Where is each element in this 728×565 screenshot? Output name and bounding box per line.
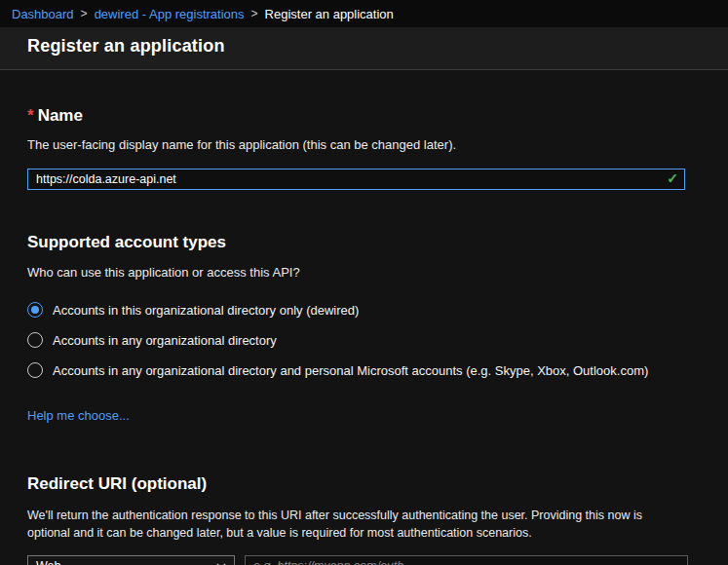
account-types-heading: Supported account types [27, 233, 701, 252]
name-input-wrap: ✓ [27, 169, 685, 190]
platform-select[interactable]: Web [27, 555, 235, 565]
account-type-options: Accounts in this organizational director… [27, 302, 701, 378]
radio-indicator[interactable] [27, 362, 43, 378]
radio-indicator[interactable] [27, 332, 43, 348]
breadcrumb-link-app-registrations[interactable]: dewired - App registrations [95, 7, 245, 21]
platform-select-value: Web [36, 559, 60, 565]
name-section: *Name The user-facing display name for t… [27, 106, 701, 190]
required-asterisk: * [27, 106, 34, 125]
redirect-uri-controls: Web [27, 555, 701, 565]
breadcrumb-link-dashboard[interactable]: Dashboard [12, 7, 74, 21]
breadcrumb: Dashboard > dewired - App registrations … [0, 0, 728, 27]
register-form: *Name The user-facing display name for t… [0, 70, 728, 565]
title-band: Register an application [0, 27, 728, 70]
breadcrumb-current: Register an application [265, 7, 394, 21]
account-types-section: Supported account types Who can use this… [27, 233, 701, 424]
name-heading-label: Name [38, 106, 83, 125]
radio-indicator[interactable] [27, 302, 43, 318]
name-description: The user-facing display name for this ap… [27, 137, 701, 152]
breadcrumb-separator: > [251, 7, 258, 20]
account-type-option[interactable]: Accounts in any organizational directory [27, 332, 701, 348]
breadcrumb-separator: > [81, 7, 88, 20]
account-type-option[interactable]: Accounts in any organizational directory… [27, 362, 701, 378]
account-type-option-label: Accounts in any organizational directory… [53, 363, 648, 378]
account-types-question: Who can use this application or access t… [27, 265, 701, 280]
account-type-option[interactable]: Accounts in this organizational director… [27, 302, 701, 318]
chevron-down-icon [216, 561, 226, 565]
redirect-uri-section: Redirect URI (optional) We'll return the… [27, 474, 701, 565]
redirect-uri-input[interactable] [245, 555, 688, 565]
account-type-option-label: Accounts in any organizational directory [53, 333, 277, 348]
name-heading: *Name [27, 106, 701, 126]
redirect-uri-heading: Redirect URI (optional) [27, 474, 701, 494]
account-type-option-label: Accounts in this organizational director… [53, 303, 359, 318]
page-title: Register an application [27, 36, 701, 56]
name-input[interactable] [27, 169, 685, 190]
redirect-uri-description: We'll return the authentication response… [27, 507, 686, 542]
help-me-choose-link[interactable]: Help me choose... [27, 408, 130, 423]
